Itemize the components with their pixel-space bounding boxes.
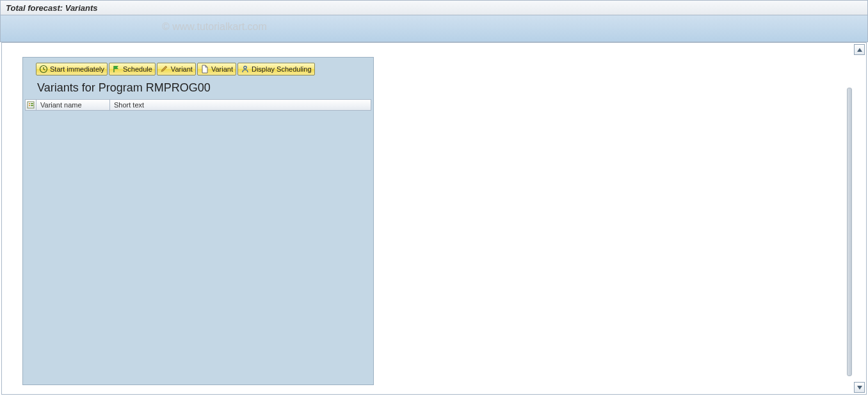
application-toolbar-area: © www.tutorialkart.com	[0, 15, 868, 42]
panel-toolbar: Start immediately Schedule Variant Varia…	[36, 63, 315, 75]
svg-rect-3	[29, 103, 30, 104]
variants-panel: Start immediately Schedule Variant Varia…	[22, 57, 374, 385]
variant-edit-button[interactable]: Variant	[157, 63, 196, 75]
watermark-text: © www.tutorialkart.com	[162, 21, 267, 33]
panel-title: Variants for Program RMPROG00	[37, 81, 211, 95]
schedule-button[interactable]: Schedule	[109, 63, 156, 75]
table-header-row: Variant name Short text	[25, 99, 371, 111]
page-title: Total forecast: Variants	[6, 3, 98, 13]
button-label: Start immediately	[50, 65, 104, 73]
svg-rect-6	[31, 105, 33, 106]
scroll-up-button[interactable]	[854, 44, 865, 55]
user-scheduling-icon	[241, 65, 250, 74]
column-header-variant-name[interactable]: Variant name	[36, 99, 110, 111]
content-area: Start immediately Schedule Variant Varia…	[1, 42, 867, 395]
vertical-scrollbar[interactable]	[847, 88, 852, 376]
svg-rect-5	[31, 103, 33, 104]
button-label: Variant	[211, 65, 233, 73]
svg-rect-4	[29, 105, 30, 106]
select-all-cell[interactable]	[25, 99, 36, 111]
flag-icon	[112, 65, 121, 74]
pencil-icon	[160, 65, 169, 74]
variant-create-button[interactable]: Variant	[197, 63, 236, 75]
column-header-short-text[interactable]: Short text	[110, 99, 371, 111]
button-label: Display Scheduling	[252, 65, 312, 73]
button-label: Variant	[171, 65, 193, 73]
chevron-down-icon	[857, 386, 862, 390]
clock-icon	[39, 65, 48, 74]
start-immediately-button[interactable]: Start immediately	[36, 63, 108, 75]
document-icon	[200, 65, 209, 74]
title-bar: Total forecast: Variants	[0, 0, 868, 15]
column-label: Variant name	[40, 101, 82, 109]
svg-point-1	[244, 66, 246, 68]
select-all-icon	[27, 101, 35, 109]
button-label: Schedule	[123, 65, 152, 73]
column-label: Short text	[114, 101, 144, 109]
scroll-down-button[interactable]	[854, 382, 865, 393]
chevron-up-icon	[857, 48, 862, 52]
display-scheduling-button[interactable]: Display Scheduling	[237, 63, 315, 75]
